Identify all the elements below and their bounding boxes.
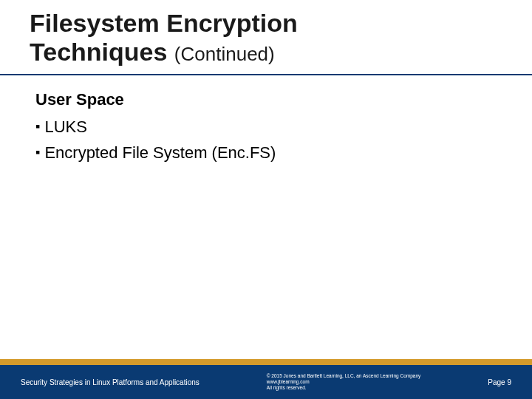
- title-underline: [0, 74, 532, 75]
- bullet-item: ▪ LUKS: [35, 115, 497, 139]
- content-subhead: User Space: [35, 87, 497, 112]
- title-suffix: (Continued): [174, 43, 275, 65]
- content-area: User Space ▪ LUKS ▪ Encrypted File Syste…: [35, 87, 497, 166]
- bullet-item: ▪ Encrypted File System (Enc.FS): [35, 140, 497, 165]
- title-line2: Techniques: [30, 38, 167, 66]
- bullet-text: LUKS: [44, 115, 86, 139]
- bullet-icon: ▪: [35, 140, 40, 164]
- footer-bar: Security Strategies in Linux Platforms a…: [0, 365, 532, 399]
- bullet-icon: ▪: [35, 115, 40, 138]
- copyright-line3: All rights reserved.: [267, 385, 481, 391]
- footer-copyright: © 2015 Jones and Bartlett Learning, LLC,…: [259, 373, 488, 391]
- bullet-text: Encrypted File System (Enc.FS): [44, 140, 276, 165]
- slide: Filesystem Encryption Techniques (Contin…: [0, 0, 532, 399]
- copyright-line2: www.jblearning.com: [267, 379, 481, 385]
- slide-title: Filesystem Encryption Techniques (Contin…: [30, 9, 502, 66]
- footer-course-title: Security Strategies in Linux Platforms a…: [21, 378, 259, 386]
- title-line1: Filesystem Encryption: [30, 9, 298, 37]
- copyright-line1: © 2015 Jones and Bartlett Learning, LLC,…: [267, 373, 481, 379]
- page-number: Page 9: [488, 378, 511, 386]
- footer-accent-bar: [0, 359, 532, 365]
- title-block: Filesystem Encryption Techniques (Contin…: [30, 9, 502, 66]
